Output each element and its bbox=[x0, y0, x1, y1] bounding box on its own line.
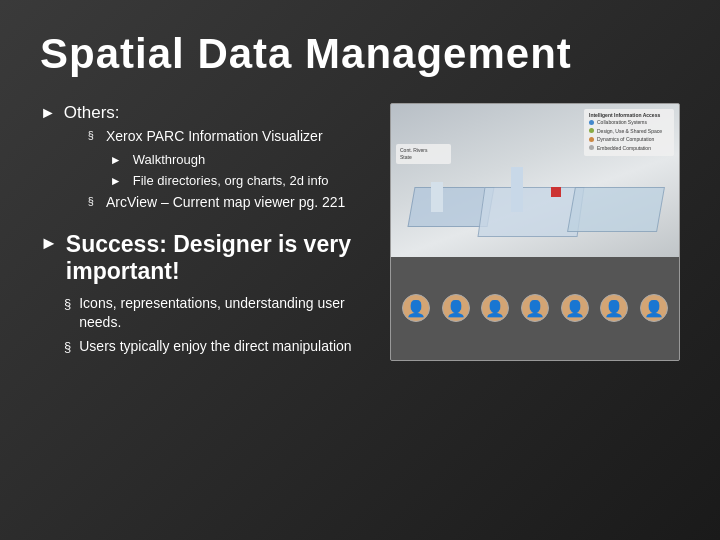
legend-dot-1 bbox=[589, 120, 594, 125]
success-label: Success: Designer is very important! bbox=[66, 231, 370, 286]
viz-bar-1 bbox=[431, 182, 443, 212]
face-3: 👤 bbox=[481, 294, 509, 322]
top-legend: Intelligent Information Access Collabora… bbox=[584, 109, 674, 156]
legend-title: Intelligent Information Access bbox=[589, 112, 669, 118]
icons-bullet: § Icons, representations, understanding … bbox=[64, 294, 370, 333]
content-area: ► Others: § Xerox PARC Information Visua… bbox=[40, 103, 680, 361]
slide: Spatial Data Management ► Others: § Xero… bbox=[0, 0, 720, 540]
success-bullet: ► Success: Designer is very important! bbox=[40, 231, 370, 286]
viz-bar-2 bbox=[511, 167, 523, 212]
sub-bullets: § Xerox PARC Information Visualizer ► Wa… bbox=[88, 127, 346, 213]
nested-bullets: ► Walkthrough ► File directories, org ch… bbox=[110, 151, 346, 190]
xerox-label: Xerox PARC Information Visualizer bbox=[106, 127, 323, 147]
icons-bullet-icon: § bbox=[64, 296, 71, 311]
others-bullet: ► Others: § Xerox PARC Information Visua… bbox=[40, 103, 370, 217]
file-dirs-bullet: ► File directories, org charts, 2d info bbox=[110, 172, 346, 190]
viz-top-area: Cont. Rivers State Intelligent Informati… bbox=[391, 104, 679, 257]
walkthrough-arrow-icon: ► bbox=[110, 153, 122, 167]
legend-row2: Design, Use & Shared Space bbox=[589, 128, 669, 135]
viz-red-marker bbox=[551, 187, 561, 197]
text-content: ► Others: § Xerox PARC Information Visua… bbox=[40, 103, 370, 361]
viz-bottom-area: 👤 👤 👤 👤 👤 👤 👤 bbox=[391, 257, 679, 359]
walkthrough-bullet: ► Walkthrough bbox=[110, 151, 346, 169]
page-title: Spatial Data Management bbox=[40, 30, 680, 78]
legend-dot-4 bbox=[589, 145, 594, 150]
legend-text-2: Design, Use & Shared Space bbox=[597, 128, 662, 135]
arcview-label: ArcView – Current map viewer pg. 221 bbox=[106, 193, 345, 213]
visualization-image: Cont. Rivers State Intelligent Informati… bbox=[390, 103, 680, 361]
success-arrow-icon: ► bbox=[40, 233, 58, 254]
side-legend-row2: State bbox=[400, 154, 447, 160]
face-2: 👤 bbox=[442, 294, 470, 322]
users-bullet: § Users typically enjoy the direct manip… bbox=[64, 337, 370, 357]
walkthrough-label: Walkthrough bbox=[133, 151, 206, 169]
legend-row4: Embedded Computation bbox=[589, 145, 669, 152]
arcview-bullet: § ArcView – Current map viewer pg. 221 bbox=[88, 193, 346, 213]
viz-placeholder: Cont. Rivers State Intelligent Informati… bbox=[391, 104, 679, 360]
side-legend: Cont. Rivers State bbox=[396, 144, 451, 164]
face-4: 👤 bbox=[521, 294, 549, 322]
users-label: Users typically enjoy the direct manipul… bbox=[79, 337, 351, 357]
legend-row1: Collaboration Systems bbox=[589, 119, 669, 126]
others-arrow-icon: ► bbox=[40, 104, 56, 122]
legend-dot-2 bbox=[589, 128, 594, 133]
success-sub-bullets: § Icons, representations, understanding … bbox=[64, 294, 370, 357]
side-legend-row1: Cont. Rivers bbox=[400, 147, 447, 153]
legend-text-4: Embedded Computation bbox=[597, 145, 651, 152]
face-5: 👤 bbox=[561, 294, 589, 322]
legend-text-3: Dynamics of Computation bbox=[597, 136, 654, 143]
xerox-bullet: § Xerox PARC Information Visualizer bbox=[88, 127, 346, 147]
viz-panel-3 bbox=[567, 187, 665, 232]
face-6: 👤 bbox=[600, 294, 628, 322]
file-dirs-label: File directories, org charts, 2d info bbox=[133, 172, 329, 190]
face-1: 👤 bbox=[402, 294, 430, 322]
legend-row3: Dynamics of Computation bbox=[589, 136, 669, 143]
xerox-arrow-icon: § bbox=[88, 129, 94, 141]
face-7: 👤 bbox=[640, 294, 668, 322]
arcview-arrow-icon: § bbox=[88, 195, 94, 207]
others-label: Others: bbox=[64, 103, 120, 122]
file-dirs-arrow-icon: ► bbox=[110, 174, 122, 188]
legend-text-1: Collaboration Systems bbox=[597, 119, 647, 126]
icons-label: Icons, representations, understanding us… bbox=[79, 294, 370, 333]
legend-dot-3 bbox=[589, 137, 594, 142]
users-bullet-icon: § bbox=[64, 339, 71, 354]
